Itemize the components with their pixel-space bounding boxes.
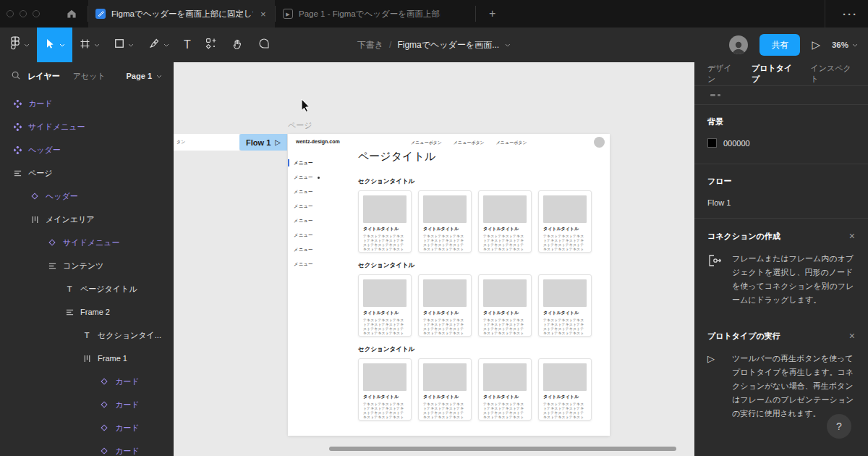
layer-row[interactable]: サイドメニュー bbox=[0, 231, 174, 254]
browser-tab-inactive[interactable]: ▶ Page 1 - Figmaでヘッダーを画面上部に固定 bbox=[276, 0, 475, 28]
zoom-menu[interactable]: 36% bbox=[832, 41, 858, 49]
tab-separator bbox=[475, 6, 476, 22]
tab-assets[interactable]: アセット bbox=[73, 71, 106, 82]
layer-row[interactable]: メインエリア bbox=[0, 208, 174, 231]
layer-row[interactable]: カード bbox=[0, 416, 174, 439]
card-title: タイトルタイトル bbox=[423, 226, 467, 232]
connection-tip-body: フレームまたはフレーム内のオブジェクトを選択し、円形のノードを使ってコネクション… bbox=[732, 252, 855, 307]
pen-tool-button[interactable] bbox=[141, 28, 176, 62]
new-tab-button[interactable]: + bbox=[489, 7, 495, 20]
tab-design[interactable]: デザイン bbox=[707, 63, 737, 85]
design-menu-item: メニュー bbox=[288, 257, 357, 271]
design-frame-page[interactable]: wentz-design.com メニューボタンメニューボタンメニューボタン メ… bbox=[288, 134, 610, 436]
home-icon[interactable] bbox=[66, 8, 77, 20]
browser-menu-icon[interactable]: ··· bbox=[843, 8, 858, 20]
text-icon: T bbox=[65, 284, 74, 293]
help-button[interactable]: ? bbox=[827, 414, 851, 439]
card-body-text: テキストテキストテキストテキストテキストテキストテキストテキストテキストテキスト… bbox=[543, 234, 587, 251]
main-menu-button[interactable] bbox=[3, 28, 37, 62]
card-title: タイトルタイトル bbox=[423, 310, 467, 316]
layer-row[interactable]: サイドメニュー bbox=[0, 115, 174, 138]
flow-start-badge[interactable]: Flow 1 ▷ bbox=[239, 134, 287, 151]
layer-row[interactable]: Frame 1 bbox=[0, 347, 174, 370]
card-title: タイトルタイトル bbox=[543, 226, 587, 232]
browser-titlebar: Figmaでヘッダーを画面上部に固定して追 × ▶ Page 1 - Figma… bbox=[0, 0, 868, 28]
layer-row[interactable]: ヘッダー bbox=[0, 138, 174, 161]
shape-tool-button[interactable] bbox=[107, 28, 141, 62]
frame-v-icon bbox=[48, 262, 56, 270]
layer-row[interactable]: カード bbox=[0, 370, 174, 393]
design-card: タイトルタイトル テキストテキストテキストテキストテキストテキストテキストテキス… bbox=[478, 190, 532, 253]
card-body-text: テキストテキストテキストテキストテキストテキストテキストテキストテキストテキスト… bbox=[423, 234, 467, 251]
card-title: タイトルタイトル bbox=[363, 394, 407, 400]
layer-label: サイドメニュー bbox=[63, 237, 120, 248]
design-section-title: セクションタイトル bbox=[358, 261, 592, 270]
design-card: タイトルタイトル テキストテキストテキストテキストテキストテキストテキストテキス… bbox=[538, 274, 592, 337]
design-cards-row: タイトルタイトル テキストテキストテキストテキストテキストテキストテキストテキス… bbox=[358, 274, 592, 337]
horizontal-scrollbar[interactable] bbox=[329, 447, 676, 451]
chevron-down-icon bbox=[128, 43, 134, 47]
card-body-text: テキストテキストテキストテキストテキストテキストテキストテキストテキストテキスト… bbox=[483, 402, 527, 419]
resources-tool-button[interactable] bbox=[198, 28, 224, 62]
breadcrumb-separator: / bbox=[389, 40, 391, 50]
user-avatar[interactable] bbox=[729, 35, 748, 54]
frame-name-label[interactable]: ページ bbox=[288, 120, 312, 131]
card-image-placeholder bbox=[543, 195, 587, 223]
layer-row[interactable]: カード bbox=[0, 92, 174, 115]
browser-tab-active[interactable]: Figmaでヘッダーを画面上部に固定して追 × bbox=[88, 0, 275, 28]
comment-bubble-icon bbox=[258, 38, 270, 52]
layer-label: ページタイトル bbox=[80, 284, 137, 295]
design-side-menu: メニューメニューメニューメニューメニューメニューメニューメニュー bbox=[288, 156, 357, 271]
page-selector-label: Page 1 bbox=[127, 72, 152, 80]
share-button[interactable]: 共有 bbox=[760, 34, 800, 56]
page-selector[interactable]: Page 1 bbox=[127, 72, 162, 80]
window-zoom-button[interactable] bbox=[33, 10, 40, 17]
tab-inspect[interactable]: インスペクト bbox=[811, 63, 856, 85]
tab-prototype[interactable]: プロトタイプ bbox=[752, 63, 796, 85]
color-swatch[interactable] bbox=[707, 138, 717, 148]
window-close-button[interactable] bbox=[7, 10, 14, 17]
flow-play-icon[interactable]: ▷ bbox=[275, 138, 281, 146]
close-icon[interactable]: × bbox=[849, 330, 855, 342]
file-title[interactable]: Figmaでヘッダーを画面... bbox=[397, 39, 499, 51]
card-title: タイトルタイトル bbox=[423, 394, 467, 400]
frame-h-icon bbox=[82, 355, 91, 363]
present-play-icon[interactable]: ▷ bbox=[812, 38, 820, 51]
search-icon[interactable] bbox=[12, 69, 20, 83]
layer-row[interactable]: コンテンツ bbox=[0, 254, 174, 277]
layer-row[interactable]: Frame 2 bbox=[0, 300, 174, 324]
frame-tool-button[interactable] bbox=[72, 28, 107, 62]
tab-close-icon[interactable]: × bbox=[260, 9, 266, 20]
layer-row[interactable]: Tセクションタイ... bbox=[0, 324, 174, 347]
layer-label: カード bbox=[115, 400, 140, 410]
design-nav-item: メニューボタン bbox=[496, 140, 527, 146]
tab-layers[interactable]: レイヤー bbox=[27, 71, 60, 82]
design-nav-item: メニューボタン bbox=[411, 140, 442, 146]
design-menu-item: メニュー bbox=[288, 214, 357, 228]
card-body-text: テキストテキストテキストテキストテキストテキストテキストテキストテキストテキスト… bbox=[543, 318, 587, 335]
offscreen-frame-fragment[interactable]: タン bbox=[174, 134, 239, 151]
text-tool-button[interactable]: T bbox=[176, 28, 198, 62]
canvas[interactable]: タン Flow 1 ▷ ページ wentz-design.com メニューボタン… bbox=[174, 62, 694, 456]
design-card: タイトルタイトル テキストテキストテキストテキストテキストテキストテキストテキス… bbox=[478, 358, 532, 421]
flow-name-value[interactable]: Flow 1 bbox=[707, 198, 855, 207]
comment-tool-button[interactable] bbox=[251, 28, 277, 62]
card-body-text: テキストテキストテキストテキストテキストテキストテキストテキストテキストテキスト… bbox=[483, 318, 527, 335]
components-icon bbox=[205, 38, 217, 52]
hand-tool-button[interactable] bbox=[224, 28, 251, 62]
layer-row[interactable]: ページ bbox=[0, 161, 174, 185]
design-nav-item: メニューボタン bbox=[454, 140, 485, 146]
layer-row[interactable]: Tページタイトル bbox=[0, 277, 174, 300]
close-icon[interactable]: × bbox=[849, 230, 855, 242]
layer-row[interactable]: ヘッダー bbox=[0, 185, 174, 208]
layer-row[interactable]: カード bbox=[0, 393, 174, 416]
layer-row[interactable]: カード bbox=[0, 439, 174, 456]
design-card: タイトルタイトル テキストテキストテキストテキストテキストテキストテキストテキス… bbox=[418, 358, 472, 421]
move-tool-button[interactable] bbox=[37, 28, 72, 62]
window-minimize-button[interactable] bbox=[20, 10, 27, 17]
project-name[interactable]: 下書き bbox=[357, 39, 383, 51]
color-hex-value[interactable]: 000000 bbox=[723, 139, 750, 148]
layer-label: メインエリア bbox=[46, 214, 95, 225]
chevron-down-icon[interactable] bbox=[505, 43, 511, 47]
chevron-down-icon bbox=[163, 43, 169, 47]
